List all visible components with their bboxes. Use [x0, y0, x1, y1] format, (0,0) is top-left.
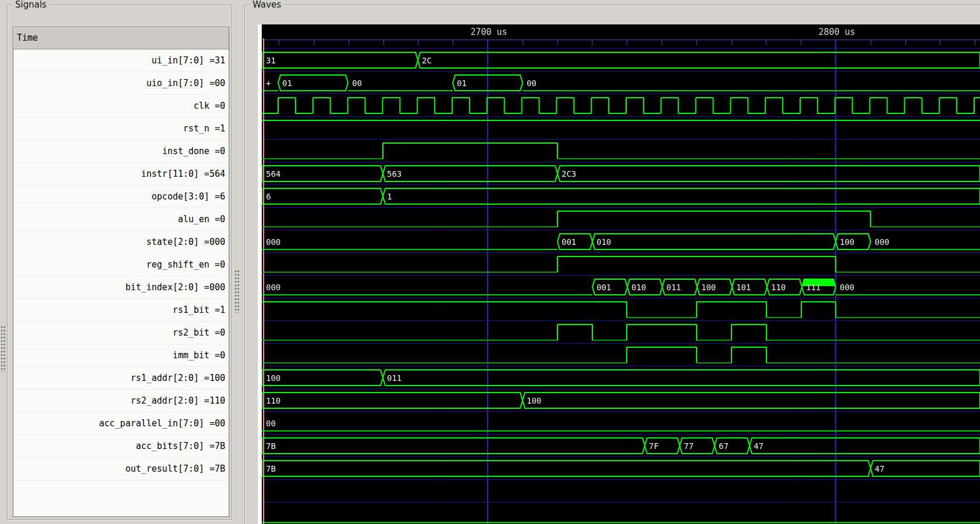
signal-row-acc_bits70[interactable]: acc_bits[7:0] =7B	[13, 435, 229, 458]
pane-resize-handle-left[interactable]	[1, 326, 6, 372]
window-root: { "signals_panel": { "title": "Signals",…	[0, 0, 980, 524]
signal-row-state20[interactable]: state[2:0] =000	[13, 231, 229, 254]
signal-list[interactable]: Time ui_in[7:0] =31uio_in[7:0] =00clk =0…	[13, 27, 229, 517]
signal-row-instr110[interactable]: instr[11:0] =564	[13, 163, 229, 186]
signal-row-alu_en[interactable]: alu_en =0	[13, 208, 229, 231]
signal-row-uio_in70[interactable]: uio_in[7:0] =00	[13, 72, 229, 95]
signal-row-bit_index20[interactable]: bit_index[2:0] =000	[13, 276, 229, 299]
signals-panel-title: Signals	[13, 0, 49, 10]
signal-row-rs1_addr20[interactable]: rs1_addr[2:0] =100	[13, 367, 229, 390]
signal-row-imm_bit[interactable]: imm_bit =0	[13, 344, 229, 367]
signal-row-out_result70[interactable]: out_result[7:0] =7B	[13, 458, 229, 480]
signal-row-ui_in70[interactable]: ui_in[7:0] =31	[13, 49, 229, 72]
time-column-header[interactable]: Time	[13, 27, 229, 49]
signal-row-opcode30[interactable]: opcode[3:0] =6	[13, 186, 229, 208]
signal-row-inst_done[interactable]: inst_done =0	[13, 140, 229, 163]
signal-row-acc_parallel_in70[interactable]: acc_parallel_in[7:0] =00	[13, 412, 229, 435]
signal-row-reg_shift_en[interactable]: reg_shift_en =0	[13, 254, 229, 276]
signal-rows: ui_in[7:0] =31uio_in[7:0] =00clk =0rst_n…	[13, 49, 229, 480]
pane-resize-handle-middle[interactable]	[235, 270, 240, 313]
signal-row-rs2_addr20[interactable]: rs2_addr[2:0] =110	[13, 390, 229, 412]
signal-row-rs2_bit[interactable]: rs2_bit =0	[13, 322, 229, 344]
waves-panel-title: Waves	[250, 0, 283, 10]
waves-canvas[interactable]	[262, 24, 980, 524]
signal-row-rs1_bit[interactable]: rs1_bit =1	[13, 299, 229, 322]
signal-row-rst_n[interactable]: rst_n =1	[13, 117, 229, 140]
wave-canvas-left-edge	[258, 24, 261, 524]
signal-row-clk[interactable]: clk =0	[13, 95, 229, 117]
